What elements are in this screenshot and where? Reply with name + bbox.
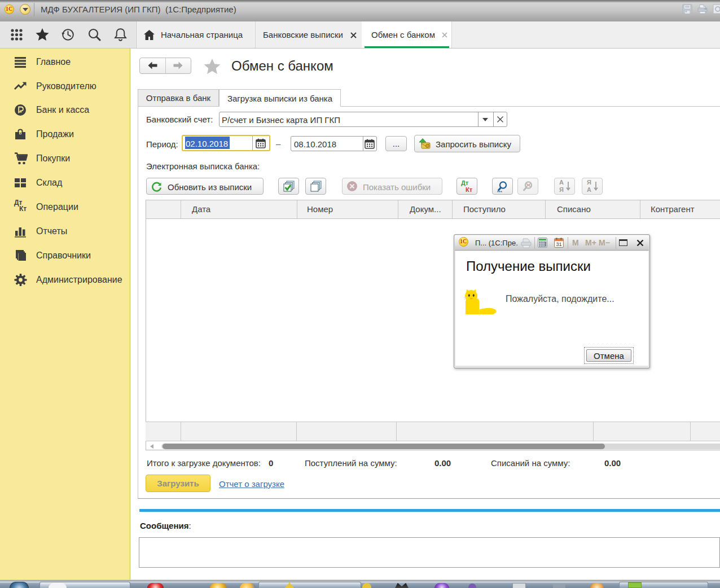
svg-text:31: 31	[556, 242, 561, 247]
